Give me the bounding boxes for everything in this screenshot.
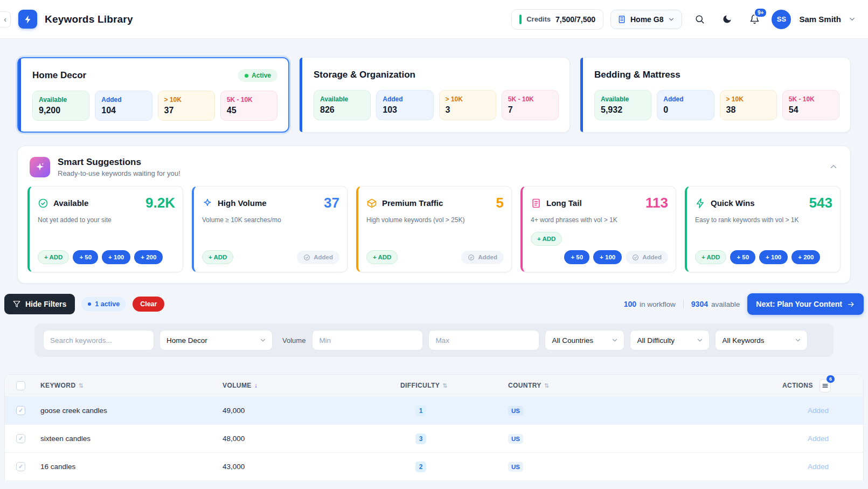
stat-over-10k: > 10K 37 [158,91,215,121]
add-button[interactable]: + ADD [695,250,726,264]
table-row[interactable]: ✓ sixteen candles 48,000 3 US Added [5,424,863,452]
keyword-type-select[interactable]: All Keywords [715,330,808,350]
hamburger-menu-icon [822,382,829,389]
sort-icon[interactable]: ⇅ [544,382,550,389]
stat-5k-10k: 5K - 10K 45 [220,91,277,121]
volume-cell: 48,000 [217,435,395,443]
sort-desc-icon[interactable]: ↓ [254,382,258,389]
suggestion-description: Volume ≥ 10K searches/mo [202,216,339,224]
add-200-button[interactable]: + 200 [791,250,820,264]
dark-mode-toggle[interactable] [717,9,737,30]
search-button[interactable] [689,9,710,30]
active-filters-badge: 1 active [81,297,126,311]
status-dot-icon [88,302,91,306]
workspace-selector[interactable]: Home G8 [610,10,682,29]
bulk-actions-menu-button[interactable]: 6 [820,379,831,392]
add-button[interactable]: + ADD [202,250,233,264]
volume-max-input[interactable] [428,330,539,350]
add-100-button[interactable]: + 100 [593,250,622,264]
add-100-button[interactable]: + 100 [759,250,788,264]
search-input[interactable] [43,330,154,350]
suggestion-card-high-volume: High Volume 37 Volume ≥ 10K searches/mo … [192,186,348,272]
difficulty-badge: 2 [415,462,426,472]
row-checkbox[interactable]: ✓ [16,406,25,415]
table-row[interactable]: ✓ goose creek candles 49,000 1 US Added [5,396,863,424]
sort-icon[interactable]: ⇅ [442,382,448,389]
category-select[interactable]: Home Decor [159,330,273,350]
row-checkbox[interactable]: ✓ [16,434,25,443]
lightning-bolt-icon [695,198,706,209]
volume-min-input[interactable] [312,330,423,350]
check-circle-icon [303,254,310,261]
country-select[interactable]: All Countries [545,330,624,350]
add-200-button[interactable]: + 200 [134,250,163,264]
hide-filters-button[interactable]: Hide Filters [4,294,75,314]
difficulty-select[interactable]: All Difficulty [630,330,710,350]
page-title: Keywords Library [45,13,133,25]
add-button[interactable]: + ADD [531,232,562,246]
add-button[interactable]: + ADD [38,250,69,264]
category-card-bedding-mattress[interactable]: Bedding & Mattress Available 5,932 Added… [580,57,851,133]
status-added: Added [782,407,863,415]
row-checkbox[interactable]: ✓ [16,462,25,471]
add-50-button[interactable]: + 50 [730,250,755,264]
country-badge: US [508,406,523,416]
add-100-button[interactable]: + 100 [102,250,130,264]
suggestion-card-premium-traffic: Premium Traffic 5 High volume keywords (… [356,186,512,272]
suggestion-description: 4+ word phrases with vol > 1K [531,216,668,224]
add-button[interactable]: + ADD [366,250,398,264]
keywords-table: KEYWORD⇅ VOLUME↓ DIFFICULTY⇅ COUNTRY⇅ AC… [4,374,864,480]
keyword-cell: goose creek candles [35,407,217,415]
add-50-button[interactable]: + 50 [564,250,589,264]
country-badge: US [508,462,523,472]
added-pill: Added [626,251,668,264]
column-header-volume[interactable]: VOLUME↓ [217,382,395,389]
user-menu-chevron-icon[interactable] [848,15,856,23]
column-header-country[interactable]: COUNTRY⇅ [503,382,782,389]
chevron-down-icon [611,336,619,344]
suggestion-card-available: Available 9.2K Not yet added to your sit… [27,186,183,272]
workspace-label: Home G8 [630,15,663,24]
available-count: 9304 available [691,300,740,308]
table-row[interactable]: ✓ 16 candles 43,000 2 US Added [5,452,863,480]
collapse-suggestions-button[interactable] [829,162,838,173]
back-button[interactable]: ‹ [0,11,11,27]
stat-added: Added 104 [95,91,152,121]
notifications-button[interactable]: 9+ [744,9,765,30]
volume-filter-label: Volume [282,336,305,345]
status-added: Added [782,435,863,443]
select-all-checkbox[interactable] [16,381,25,390]
app-logo [18,10,37,29]
filters-toolbar: Hide Filters 1 active Clear 100 in workf… [4,293,864,315]
suggestion-card-quick-wins: Quick Wins 543 Easy to rank keywords wit… [685,186,841,272]
status-added: Added [782,463,863,471]
category-card-home-decor[interactable]: Home Decor Active Available 9,200 Added … [17,57,289,133]
avatar[interactable]: SS [772,10,791,29]
column-header-difficulty[interactable]: DIFFICULTY⇅ [395,382,503,389]
category-name: Bedding & Mattress [594,70,680,80]
column-header-actions: ACTIONS 6 [782,379,863,392]
keyword-cell: sixteen candles [35,435,217,443]
next-plan-content-button[interactable]: Next: Plan Your Content [747,293,864,315]
stat-5k-10k: 5K - 10K 54 [782,90,839,120]
keyword-cell: 16 candles [35,463,217,471]
user-name: Sam Smith [799,15,841,24]
sort-icon[interactable]: ⇅ [78,382,84,389]
arrow-right-icon [847,300,855,308]
check-circle-icon [468,254,475,261]
stat-available: Available 826 [314,90,371,120]
stat-over-10k: > 10K 38 [720,90,777,120]
category-card-storage-organization[interactable]: Storage & Organization Available 826 Add… [299,57,570,133]
search-icon [695,14,705,24]
active-status-badge: Active [238,69,277,82]
top-bar: ‹ Keywords Library Credits 7,500/7,500 H… [0,0,868,39]
credits-label: Credits [526,15,551,23]
add-50-button[interactable]: + 50 [73,250,98,264]
document-icon [531,198,541,209]
status-dot-icon [245,74,248,78]
stat-available: Available 5,932 [594,90,651,120]
clear-filters-button[interactable]: Clear [133,297,164,312]
volume-cell: 43,000 [217,463,395,471]
actions-count-badge: 6 [827,375,835,383]
column-header-keyword[interactable]: KEYWORD⇅ [35,382,217,389]
